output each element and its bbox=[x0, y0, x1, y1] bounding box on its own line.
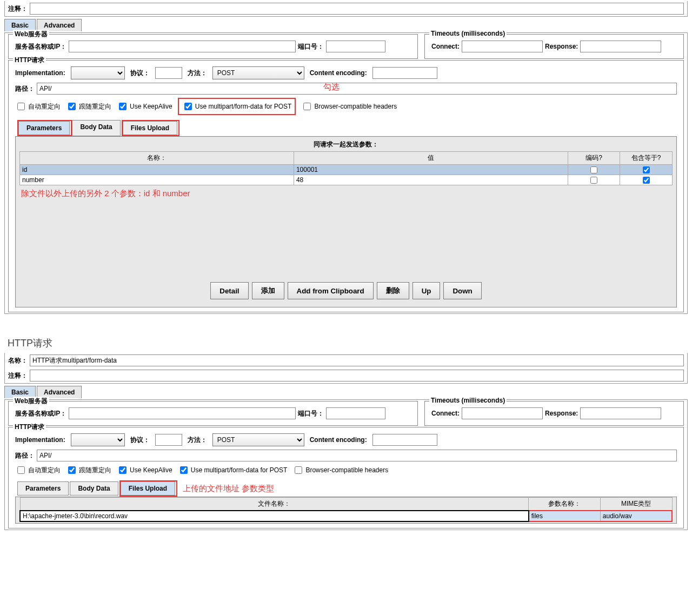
encode-checkbox[interactable] bbox=[590, 166, 597, 173]
method-select[interactable]: POST bbox=[212, 66, 304, 79]
name-label: 名称： bbox=[8, 356, 28, 365]
protocol-input2[interactable] bbox=[155, 434, 182, 446]
table-row[interactable]: H:\apache-jmeter-3.0\bin\record.wav file… bbox=[20, 511, 672, 521]
name-input[interactable] bbox=[30, 354, 684, 366]
server-input[interactable] bbox=[69, 41, 296, 52]
cell-path[interactable]: H:\apache-jmeter-3.0\bin\record.wav bbox=[20, 511, 529, 521]
cb-autoredirect2[interactable]: 自动重定向 bbox=[15, 465, 61, 476]
path-label2: 路径： bbox=[15, 451, 35, 460]
protocol-label: 协议： bbox=[130, 69, 150, 78]
cell[interactable]: number bbox=[20, 175, 294, 185]
col-value: 值 bbox=[294, 152, 568, 165]
protocol-input[interactable] bbox=[155, 67, 182, 79]
cb-autoredirect[interactable]: 自动重定向 bbox=[15, 101, 61, 112]
encoding-input2[interactable] bbox=[372, 434, 437, 446]
addclip-button[interactable]: Add from Clipboard bbox=[288, 282, 374, 299]
cell-mime[interactable]: audio/wav bbox=[600, 511, 672, 521]
encoding-input[interactable] bbox=[372, 67, 437, 79]
port-label2: 端口号： bbox=[298, 409, 324, 418]
port-input2[interactable] bbox=[326, 407, 385, 419]
cb-browser[interactable]: Browser-compatible headers bbox=[301, 101, 397, 112]
response-input2[interactable] bbox=[580, 407, 661, 419]
cb-keepalive-label: Use KeepAlive bbox=[130, 103, 172, 110]
cb-multipart2[interactable]: Use multipart/form-data for POST bbox=[178, 465, 288, 476]
cb-followredirect[interactable]: 跟随重定向 bbox=[66, 101, 111, 112]
up-button[interactable]: Up bbox=[412, 282, 441, 299]
method-label2: 方法： bbox=[188, 436, 207, 445]
impl-select2[interactable] bbox=[71, 433, 125, 446]
protocol-label2: 协议： bbox=[130, 436, 150, 445]
response-input[interactable] bbox=[580, 41, 661, 52]
cb-autoredirect-label: 自动重定向 bbox=[28, 102, 61, 111]
down-button[interactable]: Down bbox=[443, 282, 481, 299]
cb-label: Use multipart/form-data for POST bbox=[191, 466, 288, 474]
comment-input[interactable] bbox=[30, 3, 684, 15]
response-label: Response: bbox=[545, 43, 578, 50]
cb-followredirect2[interactable]: 跟随重定向 bbox=[66, 465, 111, 476]
subtab-filesupload[interactable]: Files Upload bbox=[123, 121, 177, 135]
subtab-filesupload2[interactable]: Files Upload bbox=[121, 481, 175, 496]
impl-select[interactable] bbox=[71, 66, 125, 79]
col-encode: 编码? bbox=[568, 152, 620, 165]
cb-multipart[interactable]: Use multipart/form-data for POST bbox=[182, 101, 292, 112]
subtab-bodydata2[interactable]: Body Data bbox=[70, 481, 118, 496]
cb-keepalive2[interactable]: Use KeepAlive bbox=[117, 465, 172, 476]
webserver-legend2: Web服务器 bbox=[13, 397, 49, 406]
col-param: 参数名称： bbox=[529, 498, 601, 511]
method-label: 方法： bbox=[188, 69, 207, 78]
include-checkbox[interactable] bbox=[643, 166, 650, 173]
http-legend2: HTTP请求 bbox=[13, 423, 46, 432]
cb-browser-label: Browser-compatible headers bbox=[314, 103, 397, 110]
col-include: 包含等于? bbox=[620, 152, 673, 165]
annotation-files: 上传的文件地址 参数类型 bbox=[183, 484, 274, 494]
timeouts-legend: Timeouts (milliseconds) bbox=[429, 30, 507, 37]
delete-button[interactable]: 删除 bbox=[377, 282, 409, 299]
cell[interactable]: 48 bbox=[294, 175, 568, 185]
connect-input[interactable] bbox=[462, 41, 543, 52]
col-mime: MIME类型 bbox=[600, 498, 672, 511]
cb-label: 跟随重定向 bbox=[79, 466, 111, 475]
comment-label: 注释： bbox=[8, 4, 28, 14]
cb-keepalive[interactable]: Use KeepAlive bbox=[117, 101, 172, 112]
server-label: 服务器名称或IP： bbox=[15, 42, 66, 51]
subtab-parameters2[interactable]: Parameters bbox=[17, 481, 69, 496]
table-row[interactable]: number 48 bbox=[20, 175, 673, 185]
add-button[interactable]: 添加 bbox=[252, 282, 284, 299]
port-label: 端口号： bbox=[298, 42, 324, 51]
encode-checkbox[interactable] bbox=[590, 177, 597, 184]
comment-input2[interactable] bbox=[30, 370, 684, 381]
subtab-bodydata[interactable]: Body Data bbox=[72, 120, 120, 136]
cell[interactable]: id bbox=[20, 165, 294, 175]
include-checkbox[interactable] bbox=[643, 177, 650, 184]
files-table: 文件名称： 参数名称： MIME类型 H:\apache-jmeter-3.0\… bbox=[19, 497, 673, 522]
annotation-check: 勾选 bbox=[323, 82, 340, 92]
encoding-label2: Content encoding: bbox=[310, 436, 367, 444]
encoding-label: Content encoding: bbox=[310, 69, 367, 77]
cb-label: 自动重定向 bbox=[28, 466, 61, 475]
webserver-legend: Web服务器 bbox=[13, 30, 49, 39]
server-label2: 服务器名称或IP： bbox=[15, 409, 66, 418]
path-input2[interactable] bbox=[37, 450, 677, 461]
col-path: 文件名称： bbox=[20, 498, 529, 511]
impl-label2: Implementation: bbox=[15, 436, 65, 444]
port-input[interactable] bbox=[326, 41, 385, 52]
cell[interactable]: 100001 bbox=[294, 165, 568, 175]
impl-label: Implementation: bbox=[15, 69, 65, 77]
cb-browser2[interactable]: Browser-compatible headers bbox=[292, 465, 388, 476]
http-legend: HTTP请求 bbox=[13, 56, 46, 65]
cb-label: Browser-compatible headers bbox=[305, 466, 388, 474]
cb-multipart-label: Use multipart/form-data for POST bbox=[195, 103, 292, 110]
path-label: 路径： bbox=[15, 84, 35, 93]
params-title: 同请求一起发送参数： bbox=[16, 137, 676, 151]
detail-button[interactable]: Detail bbox=[210, 282, 248, 299]
subtab-parameters[interactable]: Parameters bbox=[18, 121, 70, 135]
path-input[interactable] bbox=[37, 83, 677, 95]
connect-input2[interactable] bbox=[462, 407, 543, 419]
connect-label2: Connect: bbox=[431, 410, 460, 417]
cell-param[interactable]: files bbox=[529, 511, 601, 521]
server-input2[interactable] bbox=[69, 407, 296, 419]
method-select2[interactable]: POST bbox=[212, 433, 304, 446]
section-title: HTTP请求 bbox=[0, 330, 692, 352]
cb-label: Use KeepAlive bbox=[130, 466, 172, 474]
table-row[interactable]: id 100001 bbox=[20, 165, 673, 175]
